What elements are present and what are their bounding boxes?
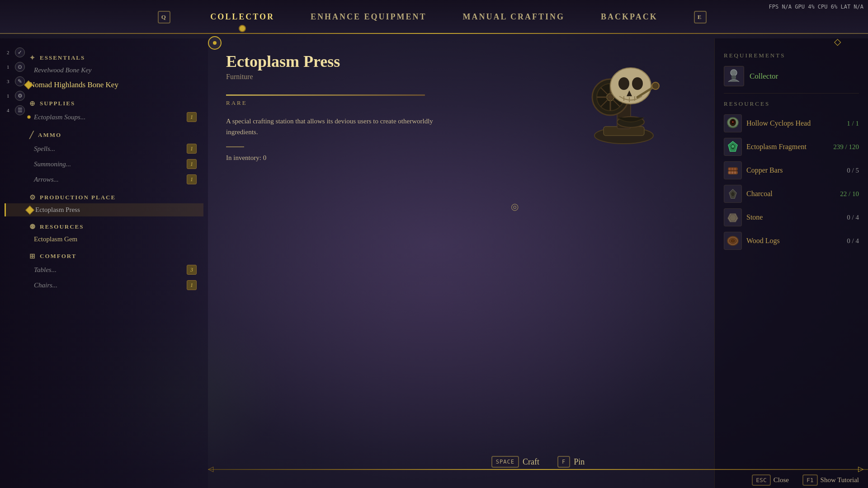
esc-key: ESC bbox=[752, 474, 770, 486]
chairs-item[interactable]: Chairs... 1 bbox=[5, 277, 203, 293]
resource-row-stone: Stone 0 / 4 bbox=[724, 208, 859, 226]
close-button[interactable]: ESC Close bbox=[752, 474, 789, 486]
tab-manual-crafting[interactable]: MANUAL CRAFTING bbox=[445, 5, 583, 28]
resources-title: RESOURCES bbox=[724, 100, 859, 108]
fps-counter: FPS N/A GPU 4% CPU 6% LAT N/A bbox=[769, 4, 863, 10]
wood-logs-name: Wood Logs bbox=[746, 237, 842, 245]
tables-item[interactable]: Tables... 3 bbox=[5, 262, 203, 277]
q-key-indicator: Q bbox=[158, 11, 170, 23]
sidebar: 2 ✓ 1 ⊙ 3 ✎ 1 ⚙ 4 ☰ ✦ ESSENTIALS Revelwo… bbox=[0, 38, 208, 488]
svg-point-27 bbox=[731, 145, 734, 148]
collector-requirement-row: Collector bbox=[724, 66, 859, 86]
collector-requirement-icon bbox=[724, 66, 744, 86]
charcoal-count: 22 / 10 bbox=[840, 190, 859, 198]
ammo-icon: ╱ bbox=[29, 131, 34, 139]
e-key-indicator: E bbox=[694, 11, 707, 23]
spells-badge: 1 bbox=[187, 144, 197, 154]
hollow-cyclops-icon bbox=[724, 114, 742, 132]
svg-point-24 bbox=[732, 121, 734, 123]
svg-rect-28 bbox=[728, 168, 737, 170]
craft-button[interactable]: SPACE Craft bbox=[491, 456, 539, 468]
svg-point-10 bbox=[610, 68, 651, 104]
essentials-section-header: ✦ ESSENTIALS bbox=[5, 51, 203, 64]
svg-rect-29 bbox=[728, 171, 737, 174]
production-icon: ⚙ bbox=[29, 193, 36, 202]
bottom-ui-bar: ESC Close F1 Show Tutorial bbox=[752, 474, 859, 486]
hollow-cyclops-count: 1 / 1 bbox=[847, 120, 859, 127]
close-label: Close bbox=[774, 476, 789, 484]
top-navigation: Q COLLECTOR ENHANCE EQUIPMENT MANUAL CRA… bbox=[0, 0, 868, 34]
pin-key: F bbox=[557, 456, 570, 468]
stone-count: 0 / 4 bbox=[847, 214, 859, 221]
tables-badge: 3 bbox=[187, 265, 197, 275]
tab-e-key: E bbox=[676, 4, 728, 30]
summoning-item[interactable]: Summoning... 1 bbox=[5, 156, 203, 172]
ectoplasm-press-item[interactable]: Ectoplasm Press bbox=[5, 203, 203, 216]
spells-item[interactable]: Spells... 1 bbox=[5, 141, 203, 156]
tab-backpack[interactable]: BACKPACK bbox=[583, 5, 676, 28]
arrows-item[interactable]: Arrows... 1 bbox=[5, 172, 203, 187]
item-description: A special crafting station that allows i… bbox=[226, 116, 443, 137]
comfort-section-header: ⊞ COMFORT bbox=[5, 249, 203, 262]
supplies-icon: ⊕ bbox=[29, 99, 36, 108]
svg-point-17 bbox=[652, 82, 659, 89]
ectoplasm-fragment-count: 239 / 120 bbox=[833, 143, 859, 151]
tab-collector[interactable]: COLLECTOR bbox=[192, 5, 292, 28]
tab-enhance-equipment[interactable]: ENHANCE EQUIPMENT bbox=[292, 5, 445, 28]
supplies-section-header: ⊕ SUPPLIES bbox=[5, 97, 203, 109]
ectoplasm-gem-item[interactable]: Ectoplasm Gem bbox=[5, 233, 203, 246]
resource-row-charcoal: Charcoal 22 / 10 bbox=[724, 185, 859, 203]
icon-check: ✓ bbox=[15, 47, 25, 57]
production-section-header: ⚙ PRODUCTION PLACE bbox=[5, 191, 203, 203]
wood-logs-icon bbox=[724, 232, 742, 250]
wood-logs-count: 0 / 4 bbox=[847, 237, 859, 245]
chairs-badge: 1 bbox=[187, 280, 197, 290]
resources-section-header: ⚉ RESOURCES bbox=[5, 220, 203, 233]
nav-divider-line bbox=[0, 33, 868, 34]
svg-point-12 bbox=[632, 77, 643, 90]
nomad-key-item[interactable]: Nomad Highlands Bone Key bbox=[5, 77, 203, 93]
requirements-title: REQUIREMENTS bbox=[724, 52, 859, 59]
summoning-badge: 1 bbox=[187, 159, 197, 169]
ectoplasm-fragment-icon bbox=[724, 138, 742, 156]
svg-marker-36 bbox=[729, 215, 736, 221]
resources-icon: ⚉ bbox=[29, 223, 36, 231]
ectoplasm-fragment-name: Ectoplasm Fragment bbox=[746, 143, 829, 151]
charcoal-icon bbox=[724, 185, 742, 203]
ectoplasm-press-diamond-icon bbox=[25, 206, 34, 215]
action-bar: SPACE Craft F Pin bbox=[208, 456, 868, 468]
svg-point-19 bbox=[731, 70, 737, 76]
pin-button[interactable]: F Pin bbox=[557, 456, 585, 468]
ectoplasm-soups-badge: 1 bbox=[187, 112, 197, 122]
rarity-bar bbox=[226, 94, 425, 96]
resource-row-copper-bars: Copper Bars 0 / 5 bbox=[724, 161, 859, 179]
description-divider bbox=[226, 146, 244, 147]
collector-requirement-label: Collector bbox=[750, 72, 778, 81]
copper-bars-icon bbox=[724, 161, 742, 179]
resource-row-ectoplasm-fragment: Ectoplasm Fragment 239 / 120 bbox=[724, 138, 859, 156]
svg-point-11 bbox=[618, 77, 629, 90]
requirements-divider bbox=[724, 93, 859, 94]
essentials-icon: ✦ bbox=[29, 54, 36, 62]
charcoal-name: Charcoal bbox=[746, 190, 835, 198]
tutorial-button[interactable]: F1 Show Tutorial bbox=[802, 474, 859, 486]
svg-rect-20 bbox=[731, 75, 736, 79]
bottom-divider-line bbox=[208, 469, 868, 470]
item-detail-panel: Ectoplasm Press Furniture bbox=[208, 38, 714, 488]
copper-bars-name: Copper Bars bbox=[746, 166, 842, 174]
sidebar-icon-row-1: 2 ✓ bbox=[7, 47, 25, 57]
nav-corner-decoration: ◇ bbox=[834, 36, 841, 47]
revelwood-key-item[interactable]: Revelwood Bone Key bbox=[5, 64, 203, 77]
ammo-section-header: ╱ AMMO bbox=[5, 128, 203, 141]
stone-icon bbox=[724, 208, 742, 226]
ectoplasm-soups-item[interactable]: Ectoplasm Soups... 1 bbox=[5, 109, 203, 125]
arrows-badge: 1 bbox=[187, 174, 197, 184]
main-content: Ectoplasm Press Furniture bbox=[208, 38, 868, 488]
item-image bbox=[579, 47, 678, 147]
tutorial-label: Show Tutorial bbox=[821, 476, 859, 484]
pin-label: Pin bbox=[574, 457, 585, 467]
nav-circle-decoration bbox=[208, 36, 222, 50]
resource-row-hollow-cyclops: Hollow Cyclops Head 1 / 1 bbox=[724, 114, 859, 132]
item-inventory: In inventory: 0 bbox=[226, 154, 696, 162]
ectoplasm-soups-bullet bbox=[27, 115, 31, 119]
